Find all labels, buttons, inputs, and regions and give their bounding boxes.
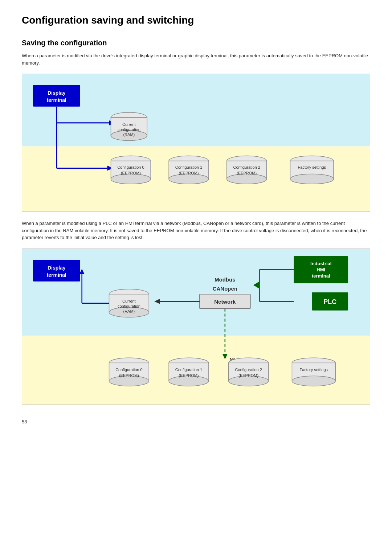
svg-text:(EEPROM): (EEPROM) (119, 373, 139, 378)
svg-text:Factory settings: Factory settings (300, 368, 328, 372)
svg-point-24 (169, 174, 209, 184)
svg-text:(EEPROM): (EEPROM) (179, 171, 199, 175)
svg-text:(RAM): (RAM) (123, 309, 135, 313)
svg-text:terminal: terminal (47, 272, 66, 278)
svg-text:Configuration 0: Configuration 0 (117, 165, 144, 169)
svg-point-34 (290, 174, 334, 184)
diagram-2: Display terminal Industrial HMI terminal… (22, 249, 370, 405)
svg-point-19 (111, 174, 151, 184)
svg-text:terminal: terminal (47, 97, 66, 103)
svg-text:Display: Display (48, 90, 66, 96)
svg-text:Factory settings: Factory settings (298, 165, 326, 169)
svg-text:(RAM): (RAM) (123, 132, 135, 137)
svg-text:(EEPROM): (EEPROM) (121, 171, 141, 175)
body-text-1: When a parameter is modified via the dri… (22, 52, 370, 66)
svg-text:Modbus: Modbus (215, 276, 235, 283)
svg-text:Industrial: Industrial (310, 261, 331, 266)
svg-text:PLC: PLC (323, 298, 336, 305)
page-number: 58 (22, 416, 370, 424)
body-text-2: When a parameter is modified using a PLC… (22, 220, 370, 241)
diagram-1: Display terminal Current configuration (… (22, 74, 370, 212)
svg-text:Display: Display (48, 265, 66, 271)
svg-text:Current: Current (122, 299, 136, 303)
svg-text:Configuration 1: Configuration 1 (175, 165, 202, 169)
title-divider (22, 30, 370, 30)
svg-text:configuration: configuration (118, 127, 140, 132)
svg-text:Configuration 2: Configuration 2 (233, 165, 260, 169)
svg-text:(EEPROM): (EEPROM) (237, 171, 257, 175)
svg-text:Network: Network (214, 298, 236, 304)
svg-text:Configuration 1: Configuration 1 (175, 368, 202, 372)
svg-text:(EEPROM): (EEPROM) (238, 373, 258, 378)
svg-text:HMI: HMI (317, 267, 325, 272)
svg-text:Configuration 0: Configuration 0 (115, 368, 142, 372)
svg-text:Current: Current (122, 122, 136, 127)
svg-point-29 (227, 174, 267, 184)
section-title: Saving the configuration (22, 39, 370, 47)
svg-text:terminal: terminal (312, 273, 330, 279)
svg-point-86 (292, 376, 335, 386)
svg-text:(EEPROM): (EEPROM) (179, 373, 199, 378)
svg-text:Configuration 2: Configuration 2 (235, 368, 262, 372)
svg-text:configuration: configuration (118, 304, 140, 308)
svg-text:CANopen: CANopen (213, 285, 237, 291)
page-title: Configuration saving and switching (22, 15, 370, 26)
